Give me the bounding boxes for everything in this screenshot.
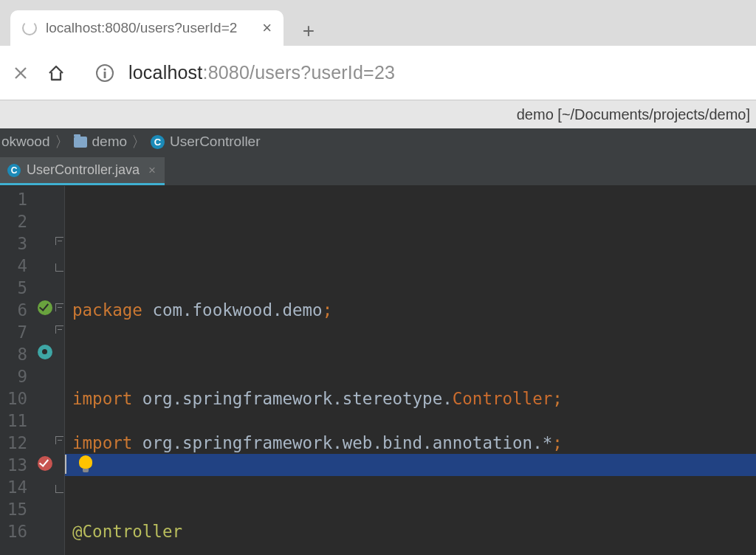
fold-indicator-icon[interactable]: [55, 237, 63, 245]
close-tab-icon[interactable]: ×: [262, 20, 272, 36]
browser-chrome: localhost:8080/users?userId=2 × + localh…: [0, 0, 756, 100]
icon-gutter: [35, 186, 65, 555]
url-display[interactable]: localhost:8080/users?userId=23: [128, 62, 747, 83]
crumb-folder[interactable]: demo: [74, 134, 128, 150]
tab-title: localhost:8080/users?userId=2: [46, 20, 253, 36]
breakpoint-icon[interactable]: [38, 456, 52, 471]
fold-indicator-icon[interactable]: [55, 436, 63, 444]
tab-strip: localhost:8080/users?userId=2 × +: [0, 0, 756, 46]
fold-end-icon: [55, 263, 63, 272]
request-mapping-icon[interactable]: [38, 345, 52, 359]
crumb-class[interactable]: C UserController: [151, 134, 260, 150]
new-tab-button[interactable]: +: [294, 16, 323, 46]
url-host: localhost: [128, 62, 202, 83]
svg-point-3: [103, 68, 106, 70]
file-tab-bar: C UserController.java ×: [0, 155, 756, 186]
intention-bulb-icon[interactable]: [79, 455, 92, 469]
url-path: :8080/users?userId=23: [202, 62, 395, 83]
class-icon: C: [7, 164, 21, 177]
current-line-highlight: [65, 454, 756, 476]
chevron-right-icon: 〉: [55, 132, 69, 152]
stop-reload-button[interactable]: [9, 61, 32, 85]
code-area[interactable]: package com.fookwood.demo; import org.sp…: [65, 186, 756, 555]
breadcrumb: okwood 〉 demo 〉 C UserController: [0, 128, 756, 155]
file-tab-active[interactable]: C UserController.java ×: [0, 157, 165, 185]
close-file-icon[interactable]: ×: [148, 163, 156, 178]
ide-window-title: demo [~/Documents/projects/demo]: [0, 100, 756, 128]
fold-indicator-icon[interactable]: [55, 303, 63, 311]
class-icon: C: [151, 135, 165, 149]
crumb-root[interactable]: okwood: [1, 134, 50, 150]
code-editor[interactable]: 1 2 3 4 5 6 7 8 9 10 11 12 13 14 15 16 p…: [0, 186, 756, 555]
chevron-right-icon: 〉: [131, 132, 146, 152]
fold-indicator-icon[interactable]: [55, 325, 63, 334]
text-caret: [65, 455, 66, 474]
fold-end-icon: [55, 485, 63, 493]
address-bar: localhost:8080/users?userId=23: [0, 46, 756, 100]
spring-bean-icon[interactable]: [38, 300, 52, 315]
browser-tab[interactable]: localhost:8080/users?userId=2 ×: [10, 10, 284, 46]
svg-rect-4: [104, 72, 106, 78]
folder-icon: [74, 137, 87, 148]
home-button[interactable]: [44, 61, 68, 85]
site-info-icon[interactable]: [93, 61, 117, 85]
file-tab-label: UserController.java: [27, 162, 140, 178]
line-number-gutter: 1 2 3 4 5 6 7 8 9 10 11 12 13 14 15 16: [0, 186, 35, 555]
loading-spinner-icon: [22, 21, 37, 35]
